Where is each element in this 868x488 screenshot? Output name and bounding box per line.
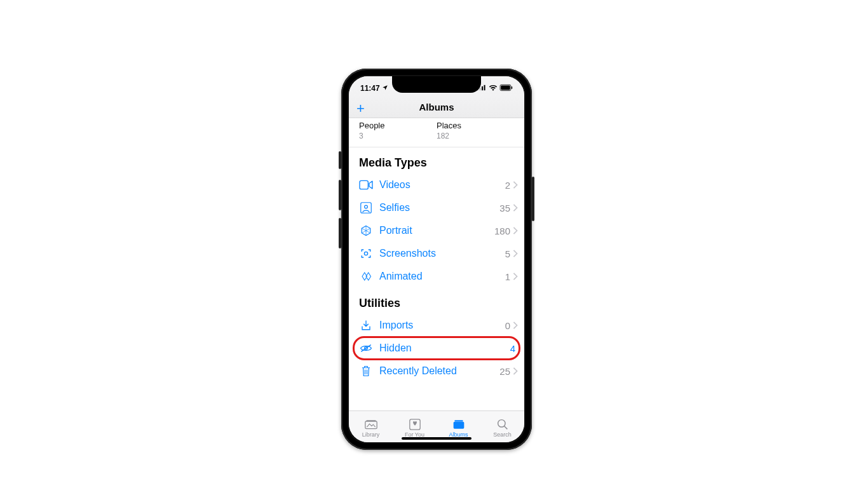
places-label: Places — [437, 121, 514, 130]
add-album-button[interactable]: + — [356, 100, 365, 117]
chevron-right-icon — [513, 227, 518, 234]
phone-screen: 11:47 — [349, 76, 524, 442]
section-header-media-types: Media Types — [349, 147, 524, 173]
row-animated[interactable]: Animated 1 — [349, 265, 524, 288]
phone-frame: 11:47 — [341, 69, 532, 450]
screenshot-icon — [359, 247, 373, 261]
battery-icon — [500, 84, 513, 93]
tab-label: Search — [493, 431, 512, 438]
svg-point-10 — [364, 252, 367, 255]
row-label: Imports — [379, 320, 505, 331]
tab-library[interactable]: Library — [349, 411, 393, 442]
svg-rect-5 — [501, 86, 510, 90]
svg-rect-2 — [482, 86, 483, 90]
svg-point-9 — [365, 205, 368, 208]
imports-icon — [359, 318, 373, 332]
places-count: 182 — [437, 132, 514, 140]
row-count: 1 — [505, 271, 510, 282]
phone-volume-down — [339, 218, 341, 248]
svg-line-19 — [504, 426, 507, 429]
chevron-right-icon — [513, 273, 518, 280]
wifi-icon — [489, 84, 498, 93]
phone-power-button — [532, 177, 534, 221]
phone-mute-switch — [339, 151, 341, 169]
svg-point-18 — [498, 419, 505, 426]
row-count: 5 — [505, 248, 510, 259]
row-label: Animated — [379, 271, 505, 282]
nav-bar: + Albums — [349, 97, 524, 118]
phone-notch — [392, 76, 481, 93]
svg-rect-7 — [360, 180, 368, 189]
svg-rect-13 — [365, 421, 376, 429]
svg-rect-17 — [454, 420, 463, 421]
portrait-icon — [359, 224, 373, 238]
tab-label: Albums — [449, 431, 468, 438]
tab-label: Library — [362, 431, 380, 438]
row-label: Recently Deleted — [379, 365, 499, 377]
row-selfies[interactable]: Selfies 35 — [349, 196, 524, 219]
hidden-eye-slash-icon — [359, 341, 373, 355]
phone-volume-up — [339, 180, 341, 210]
nav-title: Albums — [419, 102, 454, 112]
row-count: 4 — [510, 343, 515, 354]
svg-rect-16 — [453, 421, 464, 428]
row-count: 25 — [499, 366, 510, 377]
row-count: 180 — [494, 226, 510, 236]
svg-rect-6 — [512, 86, 513, 89]
people-places-row: People 3 Places 182 — [349, 118, 524, 147]
chevron-right-icon — [513, 181, 518, 189]
trash-icon — [359, 364, 373, 378]
row-hidden[interactable]: Hidden 4 — [349, 337, 524, 360]
chevron-right-icon — [513, 250, 518, 257]
for-you-icon — [408, 419, 422, 430]
albums-content[interactable]: People 3 Places 182 Media Types Videos 2 — [349, 118, 524, 410]
chevron-right-icon — [513, 322, 518, 329]
row-label: Portrait — [379, 225, 494, 236]
row-label: Hidden — [379, 342, 510, 354]
row-count: 2 — [505, 180, 510, 191]
section-header-utilities: Utilities — [349, 288, 524, 314]
svg-rect-14 — [366, 420, 376, 421]
row-videos[interactable]: Videos 2 — [349, 173, 524, 196]
svg-rect-3 — [484, 85, 485, 90]
row-count: 0 — [505, 320, 510, 331]
people-count: 3 — [359, 132, 437, 140]
row-label: Screenshots — [379, 248, 505, 259]
row-portrait[interactable]: Portrait 180 — [349, 219, 524, 242]
people-album[interactable]: People 3 — [359, 121, 437, 140]
status-time: 11:47 — [360, 84, 380, 93]
row-imports[interactable]: Imports 0 — [349, 314, 524, 337]
video-icon — [359, 178, 373, 192]
tab-label: For You — [405, 431, 424, 438]
chevron-right-icon — [513, 367, 518, 375]
chevron-right-icon — [513, 204, 518, 212]
row-label: Selfies — [379, 202, 499, 214]
tab-search[interactable]: Search — [480, 411, 524, 442]
row-screenshots[interactable]: Screenshots 5 — [349, 242, 524, 265]
places-album[interactable]: Places 182 — [437, 121, 514, 140]
library-icon — [364, 419, 378, 430]
row-count: 35 — [499, 203, 510, 214]
selfie-icon — [359, 201, 373, 215]
row-recently-deleted[interactable]: Recently Deleted 25 — [349, 360, 524, 383]
animated-icon — [359, 269, 373, 283]
home-indicator[interactable] — [402, 437, 471, 440]
svg-rect-8 — [361, 203, 372, 214]
people-label: People — [359, 121, 437, 130]
albums-icon — [452, 419, 466, 430]
svg-rect-1 — [480, 88, 481, 90]
row-label: Videos — [379, 179, 505, 191]
search-icon — [496, 419, 510, 430]
location-arrow-icon — [382, 84, 388, 93]
